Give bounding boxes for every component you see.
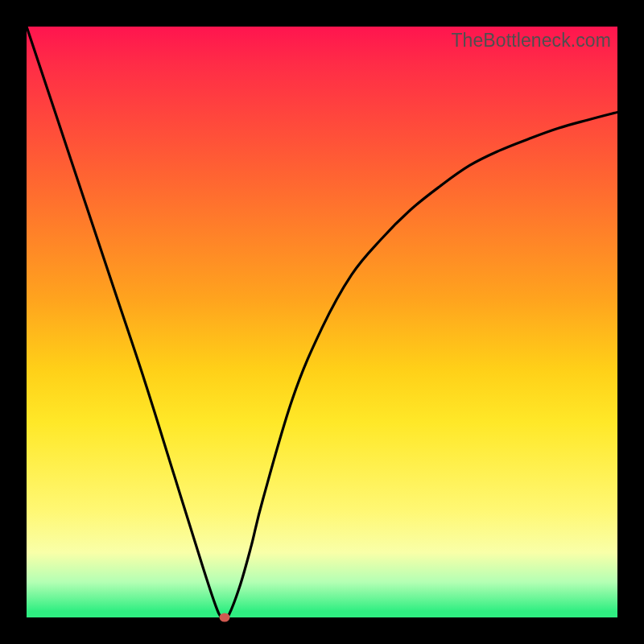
bottleneck-curve xyxy=(27,27,617,617)
chart-plot-area: TheBottleneck.com xyxy=(27,27,617,617)
chart-frame: TheBottleneck.com xyxy=(0,0,644,644)
minimum-marker-icon xyxy=(219,613,229,622)
